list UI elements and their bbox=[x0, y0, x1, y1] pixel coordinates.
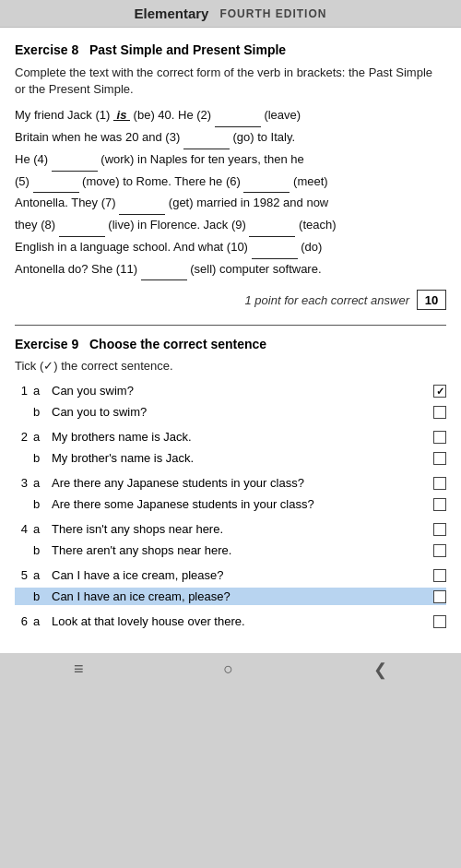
q1-num: 1 bbox=[15, 382, 28, 400]
back-icon[interactable]: ❮ bbox=[373, 660, 387, 680]
q2a-checkbox[interactable] bbox=[433, 431, 446, 444]
q5-option-b: b Can I have an ice cream, please? bbox=[15, 588, 446, 606]
blank-4 bbox=[52, 149, 98, 172]
q1a-checkbox[interactable] bbox=[433, 385, 446, 398]
ex8-label: Exercise 8 bbox=[15, 42, 78, 57]
question-4: 4 a There isn't any shops near here. b T… bbox=[15, 520, 446, 559]
q1a-letter: a bbox=[33, 382, 46, 400]
ex8-topic: Past Simple and Present Simple bbox=[89, 42, 286, 57]
q6-num: 6 bbox=[15, 612, 28, 631]
home-icon[interactable]: ○ bbox=[223, 660, 233, 679]
main-content: Exercise 8 Past Simple and Present Simpl… bbox=[0, 28, 461, 653]
ex8-line7: English in a language school. And what (… bbox=[15, 240, 322, 254]
ex9-label: Exercise 9 bbox=[15, 337, 78, 351]
menu-icon[interactable]: ≡ bbox=[74, 660, 84, 679]
question-3: 3 a Are there any Japanese students in y… bbox=[15, 474, 446, 513]
blank-3 bbox=[183, 127, 230, 149]
q5a-text: Can I have a ice cream, please? bbox=[52, 566, 428, 585]
q1b-letter: b bbox=[33, 403, 46, 422]
ex8-line4: (5) (move) to Rome. There he (6) (meet) bbox=[15, 174, 328, 188]
q1-option-b: b Can you to swim? bbox=[15, 403, 446, 422]
page-header: Elementary FOURTH EDITION bbox=[0, 0, 461, 28]
q4-option-a: 4 a There isn't any shops near here. bbox=[15, 520, 446, 539]
q3b-text: Are there some Japanese students in your… bbox=[52, 495, 428, 514]
question-1: 1 a Can you swim? b Can you to swim? bbox=[15, 382, 446, 421]
q5a-checkbox[interactable] bbox=[433, 569, 446, 582]
q3a-letter: a bbox=[33, 474, 46, 493]
blank-2 bbox=[215, 105, 261, 127]
section-divider bbox=[15, 325, 446, 326]
blank-1: is bbox=[113, 108, 130, 122]
q2-option-a: 2 a My brothers name is Jack. bbox=[15, 428, 446, 446]
blank-8 bbox=[59, 215, 105, 237]
blank-9 bbox=[249, 215, 295, 237]
ex9-instruction: Tick (✓) the correct sentence. bbox=[15, 359, 446, 373]
book-edition: FOURTH EDITION bbox=[219, 7, 326, 20]
q5-option-a: 5 a Can I have a ice cream, please? bbox=[15, 566, 446, 585]
q2b-text: My brother's name is Jack. bbox=[52, 449, 428, 468]
q2b-letter: b bbox=[33, 449, 46, 468]
blank-7 bbox=[119, 193, 165, 215]
q2-option-b: b My brother's name is Jack. bbox=[15, 449, 446, 468]
points-box: 10 bbox=[417, 290, 446, 310]
q4b-text: There aren't any shops near here. bbox=[52, 541, 428, 560]
q3a-text: Are there any Japanese students in your … bbox=[52, 474, 428, 493]
q4a-checkbox[interactable] bbox=[433, 523, 446, 536]
q1b-text: Can you to swim? bbox=[52, 403, 428, 422]
q4b-checkbox[interactable] bbox=[433, 544, 446, 557]
exercise8-title: Exercise 8 Past Simple and Present Simpl… bbox=[15, 42, 446, 57]
ex8-line6: they (8) (live) in Florence. Jack (9) (t… bbox=[15, 218, 337, 232]
book-title: Elementary bbox=[135, 6, 209, 21]
q3-option-b: b Are there some Japanese students in yo… bbox=[15, 495, 446, 514]
q3-num: 3 bbox=[15, 474, 28, 493]
q2a-letter: a bbox=[33, 428, 46, 446]
question-5: 5 a Can I have a ice cream, please? b Ca… bbox=[15, 566, 446, 605]
q5a-letter: a bbox=[33, 566, 46, 585]
ex8-line8: Antonella do? She (11) (sell) computer s… bbox=[15, 262, 322, 276]
q3a-checkbox[interactable] bbox=[433, 477, 446, 490]
ex8-body: My friend Jack (1) is (be) 40. He (2) (l… bbox=[15, 105, 446, 280]
q3-option-a: 3 a Are there any Japanese students in y… bbox=[15, 474, 446, 493]
ex8-line2: Britain when he was 20 and (3) (go) to I… bbox=[15, 130, 295, 144]
q6a-checkbox[interactable] bbox=[433, 615, 446, 628]
q4a-text: There isn't any shops near here. bbox=[52, 520, 428, 539]
blank-6 bbox=[243, 172, 290, 194]
q1a-text: Can you swim? bbox=[52, 382, 428, 400]
blank-11 bbox=[141, 259, 187, 281]
q6-option-a: 6 a Look at that lovely house over there… bbox=[15, 612, 446, 631]
q1-option-a: 1 a Can you swim? bbox=[15, 382, 446, 400]
question-6: 6 a Look at that lovely house over there… bbox=[15, 612, 446, 631]
ex9-topic: Choose the correct sentence bbox=[89, 337, 266, 351]
ex8-line1: My friend Jack (1) is (be) 40. He (2) (l… bbox=[15, 108, 301, 122]
q3b-letter: b bbox=[33, 495, 46, 514]
bottom-nav-bar: ≡ ○ ❮ bbox=[0, 653, 461, 686]
q2a-text: My brothers name is Jack. bbox=[52, 428, 428, 446]
points-label: 1 point for each correct answer bbox=[245, 293, 409, 307]
q5b-letter: b bbox=[33, 588, 46, 606]
q4-num: 4 bbox=[15, 520, 28, 539]
q4-option-b: b There aren't any shops near here. bbox=[15, 541, 446, 560]
q5-num: 5 bbox=[15, 566, 28, 585]
q2-num: 2 bbox=[15, 428, 28, 446]
points-row: 1 point for each correct answer 10 bbox=[15, 290, 446, 310]
question-2: 2 a My brothers name is Jack. b My broth… bbox=[15, 428, 446, 467]
questions-container: 1 a Can you swim? b Can you to swim? 2 a… bbox=[15, 382, 446, 631]
ex8-instruction: Complete the text with the correct form … bbox=[15, 65, 446, 98]
blank-10 bbox=[252, 237, 298, 259]
q6a-text: Look at that lovely house over there. bbox=[52, 612, 428, 631]
q6a-letter: a bbox=[33, 612, 46, 631]
q3b-checkbox[interactable] bbox=[433, 498, 446, 511]
q5b-text: Can I have an ice cream, please? bbox=[52, 588, 428, 606]
blank-5 bbox=[33, 172, 79, 194]
exercise9-title: Exercise 9 Choose the correct sentence bbox=[15, 337, 446, 351]
q4a-letter: a bbox=[33, 520, 46, 539]
ex8-line3: He (4) (work) in Naples for ten years, t… bbox=[15, 152, 304, 166]
q2b-checkbox[interactable] bbox=[433, 452, 446, 465]
q4b-letter: b bbox=[33, 541, 46, 560]
q1b-checkbox[interactable] bbox=[433, 406, 446, 419]
q5b-checkbox[interactable] bbox=[433, 590, 446, 603]
ex8-line5: Antonella. They (7) (get) married in 198… bbox=[15, 196, 328, 209]
